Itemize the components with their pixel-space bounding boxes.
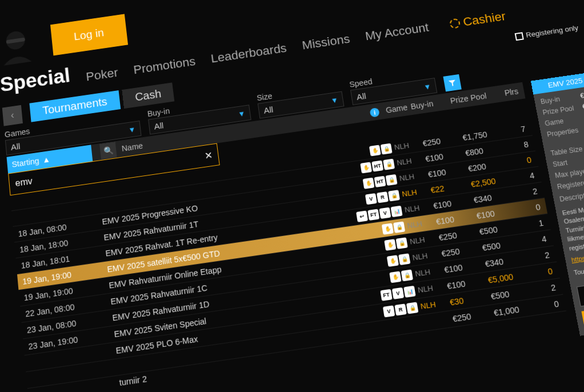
row-players: 8 [510, 139, 535, 151]
row-game: NLH [394, 139, 423, 152]
back-button[interactable]: ‹ [2, 105, 23, 126]
chip-icon [449, 18, 461, 29]
property-icon: R [377, 191, 389, 203]
detail-field-key: Max players [554, 166, 584, 180]
property-icon: 🔒 [381, 143, 393, 154]
tab-cash[interactable]: Cash [122, 82, 175, 109]
property-icon: 🔒 [393, 221, 405, 233]
row-buyin: €100 [433, 195, 474, 210]
row-buyin: €250 [422, 133, 463, 148]
chevron-down-icon: ▼ [330, 95, 339, 105]
row-players: 0 [540, 298, 565, 310]
row-game: NLH [414, 265, 445, 278]
row-players: 7 [507, 123, 532, 135]
row-players: 0 [522, 201, 546, 214]
row-players: 0 [513, 154, 538, 166]
property-icon: ✋ [387, 255, 399, 267]
detail-field-key: Properties [546, 125, 584, 146]
detail-field-key: Registered [557, 177, 584, 191]
row-buyin: €100 [443, 259, 486, 274]
row-buyin: €22 [430, 180, 471, 195]
property-icon: V [365, 193, 377, 205]
property-icon: 🔒 [388, 190, 400, 201]
row-buyin: €250 [452, 308, 495, 323]
property-icon: ✋ [369, 145, 381, 156]
user-avatar[interactable] [0, 24, 37, 66]
login-button[interactable]: Log in [50, 14, 128, 55]
nav-leaderboards[interactable]: Leaderboards [210, 41, 288, 66]
sort-asc-icon: ▲ [42, 155, 50, 165]
row-game: NLH [420, 298, 451, 311]
property-icon: ✋ [363, 177, 375, 189]
property-icon: ✋ [384, 239, 396, 251]
property-icon: ✋ [360, 162, 372, 173]
col-prize[interactable]: Prize Pool [450, 90, 497, 106]
property-icon: 🔒 [395, 237, 407, 249]
row-game: NLH [396, 155, 426, 167]
row-buyin: €100 [425, 149, 466, 163]
property-icon: 🔒 [383, 158, 395, 170]
property-icon: V [383, 305, 395, 317]
row-buyin: €30 [449, 291, 492, 307]
property-icon: ✋ [389, 271, 401, 283]
row-players: 1 [525, 217, 550, 230]
col-players[interactable]: Plrs [495, 87, 519, 99]
detail-description: Eesti Meistrivõistlused 2025 (live). Osa… [562, 195, 584, 253]
row-players: 2 [519, 185, 543, 198]
filter-icon[interactable] [443, 74, 461, 91]
row-game: NLH [409, 233, 439, 246]
property-icon: 🔒 [401, 269, 413, 281]
row-game: NLH [417, 282, 448, 295]
property-icon: HT [374, 175, 386, 187]
row-players: 4 [528, 233, 553, 246]
detail-field-key: Game [544, 114, 584, 128]
nav-my-account[interactable]: My Account [364, 21, 430, 43]
property-icon: 📊 [390, 205, 402, 217]
row-players: 0 [534, 265, 559, 278]
row-game [423, 319, 453, 323]
property-icon: FT [367, 209, 379, 220]
row-game: NLH [406, 217, 437, 230]
col-buyin[interactable]: Buy-in [410, 97, 451, 111]
row-buyin: €250 [441, 243, 483, 258]
property-icon: V [379, 207, 391, 218]
nav-missions[interactable]: Missions [301, 32, 351, 53]
property-icon: 📊 [403, 285, 415, 297]
nav-poker[interactable]: Poker [85, 66, 119, 84]
chevron-down-icon: ▼ [128, 125, 136, 134]
property-icon: ✋ [382, 223, 394, 235]
row-buyin: €100 [446, 275, 489, 291]
row-players: 2 [531, 249, 556, 262]
property-icon: 🔒 [406, 302, 418, 314]
row-game: NLH [412, 249, 442, 262]
property-icon: ↩ [356, 210, 368, 222]
info-icon[interactable]: i [369, 107, 379, 118]
chevron-down-icon: ▼ [237, 109, 246, 118]
row-players: 2 [537, 282, 562, 294]
row-buyin: €250 [438, 227, 481, 242]
property-icon: FT [380, 289, 392, 301]
row-game: NLH [401, 186, 431, 198]
detail-field-key: Start [552, 155, 584, 169]
row-game: NLH [404, 202, 434, 214]
property-icon: R [394, 303, 406, 315]
detail-field-key: Table Size [550, 144, 584, 158]
nav-promotions[interactable]: Promotions [133, 54, 196, 77]
search-icon[interactable]: 🔍 [99, 142, 117, 159]
nav-cashier[interactable]: Cashier [449, 9, 507, 31]
row-buyin: €100 [427, 164, 469, 179]
property-icon: 🔒 [386, 174, 398, 185]
property-icon: 🔒 [398, 253, 410, 265]
property-icon: V [392, 287, 404, 299]
close-icon[interactable]: × [204, 148, 213, 163]
row-buyin: €100 [435, 211, 478, 226]
property-icon: HT [371, 160, 383, 171]
chevron-down-icon: ▼ [423, 82, 431, 91]
row-game: NLH [399, 170, 429, 183]
row-players: 4 [516, 170, 541, 182]
col-game[interactable]: Game [382, 102, 411, 115]
